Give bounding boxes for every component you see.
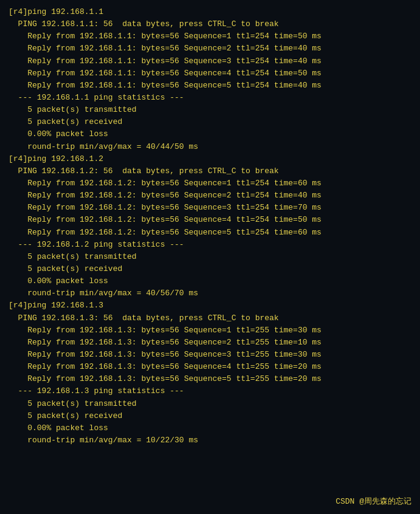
- terminal-line: --- 192.168.1.2 ping statistics ---: [9, 239, 411, 251]
- terminal-line: [r4]ping 192.168.1.2: [9, 153, 411, 165]
- terminal-line: Reply from 192.168.1.3: bytes=56 Sequenc…: [9, 324, 411, 337]
- terminal-line: Reply from 192.168.1.3: bytes=56 Sequenc…: [9, 337, 411, 349]
- terminal-line: Reply from 192.168.1.2: bytes=56 Sequenc…: [9, 227, 411, 239]
- terminal-line: 5 packet(s) received: [9, 116, 411, 128]
- terminal-line: 0.00% packet loss: [9, 128, 411, 140]
- terminal-line: Reply from 192.168.1.2: bytes=56 Sequenc…: [9, 177, 411, 190]
- terminal-line: 0.00% packet loss: [9, 422, 411, 434]
- terminal-line: round-trip min/avg/max = 40/56/70 ms: [9, 287, 411, 300]
- watermark: CSDN @周先森的忘记: [336, 496, 411, 508]
- terminal-line: 5 packet(s) received: [9, 410, 411, 422]
- terminal-line: PING 192.168.1.3: 56 data bytes, press C…: [9, 312, 411, 324]
- terminal-line: --- 192.168.1.1 ping statistics ---: [9, 92, 411, 104]
- terminal-content: [r4]ping 192.168.1.1 PING 192.168.1.1: 5…: [9, 6, 411, 447]
- terminal-line: [r4]ping 192.168.1.3: [9, 300, 411, 312]
- terminal-line: Reply from 192.168.1.3: bytes=56 Sequenc…: [9, 373, 411, 385]
- terminal-line: PING 192.168.1.2: 56 data bytes, press C…: [9, 165, 411, 177]
- terminal-line: Reply from 192.168.1.2: bytes=56 Sequenc…: [9, 190, 411, 202]
- terminal-line: PING 192.168.1.1: 56 data bytes, press C…: [9, 18, 411, 30]
- terminal-line: round-trip min/avg/max = 40/44/50 ms: [9, 141, 411, 153]
- terminal-line: Reply from 192.168.1.3: bytes=56 Sequenc…: [9, 361, 411, 373]
- terminal-window: [r4]ping 192.168.1.1 PING 192.168.1.1: 5…: [0, 0, 420, 514]
- terminal-line: 5 packet(s) received: [9, 263, 411, 275]
- terminal-line: Reply from 192.168.1.1: bytes=56 Sequenc…: [9, 80, 411, 92]
- terminal-line: Reply from 192.168.1.1: bytes=56 Sequenc…: [9, 67, 411, 80]
- terminal-line: [r4]ping 192.168.1.1: [9, 6, 411, 18]
- terminal-line: Reply from 192.168.1.2: bytes=56 Sequenc…: [9, 202, 411, 214]
- terminal-line: Reply from 192.168.1.1: bytes=56 Sequenc…: [9, 55, 411, 67]
- terminal-line: 5 packet(s) transmitted: [9, 251, 411, 263]
- terminal-line: 5 packet(s) transmitted: [9, 104, 411, 116]
- terminal-line: Reply from 192.168.1.1: bytes=56 Sequenc…: [9, 43, 411, 55]
- terminal-line: Reply from 192.168.1.1: bytes=56 Sequenc…: [9, 30, 411, 43]
- terminal-line: round-trip min/avg/max = 10/22/30 ms: [9, 434, 411, 447]
- terminal-line: 5 packet(s) transmitted: [9, 398, 411, 410]
- terminal-line: Reply from 192.168.1.3: bytes=56 Sequenc…: [9, 349, 411, 361]
- terminal-line: --- 192.168.1.3 ping statistics ---: [9, 385, 411, 397]
- terminal-line: 0.00% packet loss: [9, 275, 411, 287]
- terminal-line: Reply from 192.168.1.2: bytes=56 Sequenc…: [9, 214, 411, 226]
